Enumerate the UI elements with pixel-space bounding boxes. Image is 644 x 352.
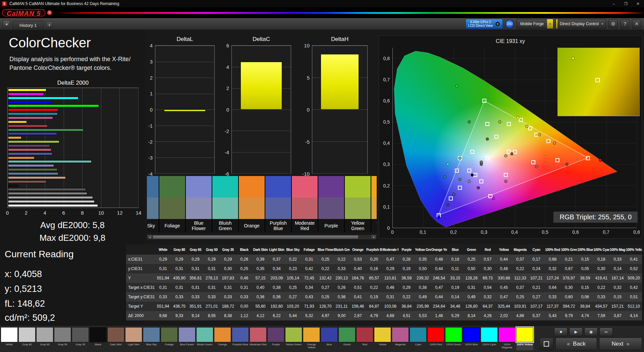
patch-button[interactable]: 100% Green xyxy=(445,327,462,350)
display-control-dropdown-icon[interactable]: ▼ xyxy=(601,23,604,26)
meter-label: X-Rite i1Pro 2 LCD Direct View xyxy=(468,20,493,28)
patch-button[interactable]: 100% Blue xyxy=(463,327,480,350)
patch-button[interactable]: Purple xyxy=(267,327,284,350)
patch-comparison-swatch[interactable]: Blue Sky xyxy=(147,176,159,232)
patch-button[interactable]: Yellow Green xyxy=(285,327,302,350)
table-cell: 8,14 xyxy=(463,311,479,320)
table-cell: 351,91 xyxy=(187,302,204,311)
patch-comparison-swatch[interactable]: Foliage xyxy=(159,176,185,232)
maximize-button[interactable]: ❐ xyxy=(620,0,632,7)
table-cell: 0,26 xyxy=(236,255,252,264)
patch-comparison-swatch[interactable]: Orange Yellow xyxy=(371,176,377,232)
patch-button[interactable]: Cyan xyxy=(410,327,427,350)
patch-button[interactable]: Green xyxy=(338,327,356,350)
source-dropdown-icon[interactable]: ▼ xyxy=(547,19,553,29)
patch-button[interactable]: Light Skin xyxy=(125,327,142,350)
patch-button[interactable]: Blue xyxy=(321,327,338,350)
patch-button[interactable]: Blue Sky xyxy=(143,327,160,350)
settings-gear-icon[interactable]: ⚙ xyxy=(608,19,618,29)
column-header: Dark Skin xyxy=(252,245,268,255)
patch-comparison-swatch[interactable]: Yellow Green xyxy=(345,176,371,232)
deltae-bar xyxy=(8,93,44,95)
axis-tick-label: 4 xyxy=(150,43,153,48)
patch-button[interactable]: Bluish Green xyxy=(196,327,213,350)
table-cell: 4,97 xyxy=(317,311,333,320)
patch-button[interactable]: 100% Magenta xyxy=(498,327,516,350)
patch-button[interactable]: 100% Red xyxy=(427,327,444,350)
target-marker xyxy=(555,158,559,162)
patch-comparison-swatch[interactable]: Purplish Blue xyxy=(265,176,291,232)
patch-button[interactable]: Blue Flower xyxy=(178,327,196,350)
column-header: 100% Yellow xyxy=(626,245,642,255)
deltae-bar-row xyxy=(8,204,138,207)
patch-color xyxy=(498,327,516,342)
patch-button[interactable]: Yellow xyxy=(374,327,391,350)
scrollbar-track[interactable] xyxy=(152,235,371,239)
minimize-button[interactable]: – xyxy=(608,0,620,7)
deltae-bar xyxy=(8,164,54,167)
table-cell: 0,41 xyxy=(626,255,642,264)
patch-button[interactable]: Gray 35 xyxy=(72,327,89,350)
patch-button[interactable]: Foliage xyxy=(161,327,178,350)
axis-tick-label: 2 xyxy=(25,210,28,216)
scroll-left-icon[interactable]: ◄ xyxy=(147,235,152,239)
deltae-bar-row xyxy=(8,89,138,91)
patch-button[interactable]: 100% Yellow xyxy=(516,327,533,350)
patch-button[interactable]: Gray 65 xyxy=(36,327,53,350)
table-cell: 197,83 xyxy=(220,273,236,283)
patch-comparison-swatch[interactable]: Bluish Green xyxy=(212,176,238,232)
patch-button[interactable]: Orange xyxy=(214,327,231,350)
logo-dropdown-icon[interactable]: ▼ xyxy=(47,10,52,15)
meter-dropdown-icon[interactable]: ▼ xyxy=(495,21,500,27)
close-button[interactable]: ✕ xyxy=(632,0,644,7)
scroll-right-icon[interactable]: ► xyxy=(371,235,376,239)
play-icon[interactable]: ▶ xyxy=(569,327,583,336)
add-tab-button[interactable]: + xyxy=(46,21,53,28)
patch-button[interactable]: 100% Cyan xyxy=(481,327,498,350)
patch-comparison-swatch[interactable]: Moderate Red xyxy=(292,176,318,232)
patch-comparison-swatch[interactable]: Orange xyxy=(239,176,265,232)
patch-comparison-swatch[interactable]: Blue Flower xyxy=(186,176,212,232)
patch-button[interactable]: Dark Skin xyxy=(107,327,124,350)
back-button[interactable]: « Back xyxy=(555,338,597,350)
source-select-button[interactable]: Mobile Forge ▼ xyxy=(517,19,553,29)
table-cell: 5,44 xyxy=(285,311,301,320)
table-cell: 234,64 xyxy=(431,302,447,311)
patch-button[interactable]: Orange Yellow xyxy=(303,327,320,350)
table-cell: 0,31 xyxy=(204,264,220,273)
display-control-button[interactable]: Direct Display Control ▼ xyxy=(556,19,606,29)
stop-icon[interactable]: ■ xyxy=(554,327,568,336)
patch-button[interactable]: White xyxy=(1,327,18,350)
read-continuous-icon[interactable]: ∞ xyxy=(599,327,613,336)
measured-color xyxy=(212,176,238,197)
deltae-bar-row xyxy=(8,160,138,163)
meter-select-button[interactable]: X-Rite i1Pro 2 LCD Direct View ▼ xyxy=(466,19,503,29)
patch-button[interactable]: Moderate Red xyxy=(250,327,267,350)
table-cell: 4,86 xyxy=(512,311,528,320)
patch-button[interactable]: Purplish Blue xyxy=(232,327,249,350)
tab-history-1[interactable]: History 1 xyxy=(12,21,44,30)
column-header: Yellow xyxy=(496,245,512,255)
deltae-bars xyxy=(8,89,138,207)
patch-preview-button[interactable] xyxy=(539,338,553,350)
patch-button[interactable]: Red xyxy=(356,327,373,350)
deltae-bar-row xyxy=(8,157,138,159)
help-icon[interactable]: ? xyxy=(620,19,630,29)
patch-button[interactable]: Magenta xyxy=(392,327,409,350)
column-header: Black xyxy=(236,245,252,255)
patch-label: Green xyxy=(338,342,356,350)
row-label: y:CIE31 xyxy=(126,264,155,273)
patch-button[interactable]: Gray 80 xyxy=(18,327,36,350)
scrollbar-thumb[interactable] xyxy=(153,235,359,239)
close-workspace-icon[interactable]: ✕ xyxy=(632,19,641,29)
patch-button[interactable]: Black xyxy=(90,327,107,350)
patch-strip-scrollbar[interactable]: ◄ ► xyxy=(147,234,377,240)
nav-back-icon[interactable]: ◄ xyxy=(3,20,10,28)
column-header: Moderate Red xyxy=(382,245,398,255)
read-single-icon[interactable]: ◉ xyxy=(584,327,598,336)
measured-color xyxy=(371,176,377,197)
column-header: Red xyxy=(480,245,496,255)
patch-comparison-swatch[interactable]: Purple xyxy=(318,176,344,232)
patch-button[interactable]: Gray 50 xyxy=(54,327,71,350)
next-button[interactable]: Next » xyxy=(599,338,642,350)
